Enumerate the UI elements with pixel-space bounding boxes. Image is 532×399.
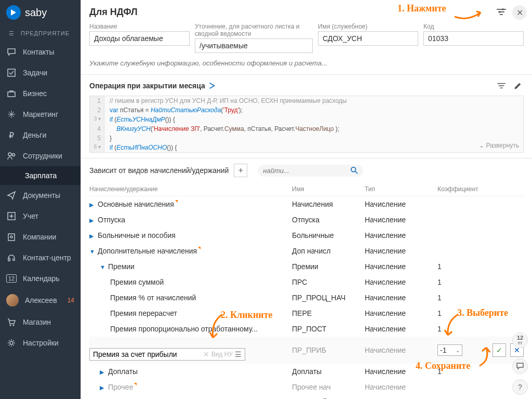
row-code: Доп начисл xyxy=(292,247,365,255)
sidebar-item-11[interactable]: 12Календарь xyxy=(0,268,81,289)
table-row[interactable]: ▶ДоплатыДоплатыНачисление1 xyxy=(89,364,524,379)
row-type: Начисление xyxy=(365,216,437,224)
row-type: Начисление xyxy=(365,247,437,255)
table-row[interactable]: ✕Вид НУ☰ПР_ПРИБНачисление-1⌄✓✕ xyxy=(89,337,524,364)
row-type: Начисление xyxy=(365,231,437,240)
field-label-code: Код xyxy=(423,23,524,30)
help-button[interactable]: ? xyxy=(512,379,528,395)
table-row[interactable]: ▶ОтпускаОтпускаНачисление xyxy=(89,212,524,228)
send-icon xyxy=(6,190,17,201)
row-name: Прочее xyxy=(108,383,133,391)
table-row[interactable]: ▼ПремииПремииНачисление1 xyxy=(89,259,524,274)
avatar xyxy=(6,294,19,307)
sysname-input[interactable] xyxy=(318,31,418,46)
operation-title: Операция при закрытии месяца xyxy=(89,82,216,90)
edit-name-box[interactable]: ✕Вид НУ☰ xyxy=(89,348,245,361)
check-icon xyxy=(6,68,17,78)
caret-icon[interactable]: ▼ xyxy=(89,248,96,255)
sidebar-item-1[interactable]: Задачи xyxy=(0,62,81,83)
expand-link[interactable]: ⌄ Развернуть xyxy=(479,141,519,150)
table-header: Начисление/удержание Имя Тип Коэффициент xyxy=(89,182,524,196)
sidebar-label: Сотрудники xyxy=(23,152,62,160)
filter-icon-2[interactable] xyxy=(496,80,507,91)
edit-icon-2[interactable] xyxy=(512,80,524,91)
field-label-clarif: Уточнение, для расчетного листка и сводн… xyxy=(195,23,313,37)
clarif-input[interactable] xyxy=(195,38,313,53)
name-input[interactable] xyxy=(89,31,190,46)
sidebar-label: Календарь xyxy=(23,274,60,283)
caret-icon[interactable]: ▶ xyxy=(89,233,96,240)
marker-icon xyxy=(134,383,137,385)
notes-input[interactable] xyxy=(89,56,524,70)
briefcase-icon xyxy=(6,88,17,99)
svg-point-14 xyxy=(502,8,504,10)
sidebar-label: Учет xyxy=(23,212,38,220)
sidebar-label: Деньги xyxy=(23,131,46,139)
row-code: Доплаты xyxy=(292,367,365,376)
caret-icon[interactable]: ▶ xyxy=(100,384,106,391)
search-icon[interactable] xyxy=(351,167,358,174)
chevron-down-icon: ⌄ xyxy=(456,348,460,353)
svg-point-15 xyxy=(499,11,501,13)
sidebar-item-6[interactable]: Зарплата xyxy=(0,166,81,185)
sidebar-item-7[interactable]: Документы xyxy=(0,185,81,206)
table-row[interactable]: Премия перерасчетПЕРЕНачисление1 xyxy=(89,305,524,321)
table-row[interactable]: Премия пропорционально отработанному...П… xyxy=(89,321,524,337)
row-coef: 1 xyxy=(437,262,524,271)
sidebar-item-9[interactable]: Компании xyxy=(0,227,81,247)
sidebar-item-5[interactable]: Сотрудники xyxy=(0,145,81,166)
table-row[interactable]: ▶Больничные и пособияБольничныеНачислени… xyxy=(89,228,524,243)
clear-icon[interactable]: ✕ xyxy=(203,350,209,358)
coef-select[interactable]: -1⌄ xyxy=(437,344,462,356)
caret-icon[interactable]: ▶ xyxy=(89,202,96,208)
search-input[interactable] xyxy=(263,167,351,175)
row-coef: -1⌄✓✕ xyxy=(437,343,524,357)
sidebar-label: Документы xyxy=(23,191,60,200)
svg-point-8 xyxy=(10,325,11,326)
chat-button[interactable] xyxy=(512,358,528,374)
code-block[interactable]: 1// пишем в регистр УСН для УСН Д-Р, ИП … xyxy=(89,96,524,153)
row-name-input[interactable] xyxy=(93,350,201,358)
sidebar-item-4[interactable]: ₽Деньги xyxy=(0,125,81,145)
sidebar-item-10[interactable]: Контакт-центр xyxy=(0,247,81,268)
table-row[interactable]: ▶Основные начисленияНачисленияНачисление xyxy=(89,196,524,212)
caret-icon[interactable]: ▶ xyxy=(89,217,96,224)
caret-icon[interactable]: ▶ xyxy=(100,369,106,376)
table-row[interactable]: Премия суммойПРСНачисление1 xyxy=(89,274,524,290)
filter-icon[interactable] xyxy=(496,6,507,18)
row-name: Премия % от начислений xyxy=(110,294,196,302)
hint-text: Вид НУ xyxy=(211,351,233,358)
close-button[interactable]: ✕ xyxy=(512,5,527,20)
svg-point-3 xyxy=(12,154,15,156)
confirm-button[interactable]: ✓ xyxy=(493,343,506,357)
sidebar-item-2[interactable]: Бизнес xyxy=(0,83,81,104)
sidebar-item-13[interactable]: Магазин xyxy=(0,312,81,332)
sidebar-item-3[interactable]: Маркетинг xyxy=(0,104,81,125)
row-name: Отпуска xyxy=(98,216,125,224)
search-box[interactable] xyxy=(258,165,363,177)
field-label-sysname: Имя (служебное) xyxy=(318,23,418,30)
add-button[interactable]: + xyxy=(234,164,247,177)
caret-icon[interactable]: ▼ xyxy=(100,264,106,270)
svg-point-19 xyxy=(351,167,356,172)
sidebar-label: Маркетинг xyxy=(23,110,58,118)
row-type: Начисление xyxy=(365,294,437,302)
table-row[interactable]: Премия % от начисленийПР_ПРОЦ_НАЧНачисле… xyxy=(89,290,524,305)
table-row[interactable]: ▶ПрочееПрочее начНачисление xyxy=(89,379,524,395)
sidebar-item-0[interactable]: Контакты xyxy=(0,42,81,62)
row-coef: 1 xyxy=(437,325,524,333)
org-row[interactable]: ☰ ПРЕДПРИЯТИЕ xyxy=(0,25,81,42)
sidebar-item-8[interactable]: Учет xyxy=(0,206,81,227)
list-icon[interactable]: ☰ xyxy=(235,350,242,358)
table-row[interactable]: ▼Дополнительные начисленияДоп начислНачи… xyxy=(89,243,524,259)
code-input[interactable] xyxy=(423,31,524,46)
sidebar-item-14[interactable]: Настройки xyxy=(0,332,81,353)
main-panel: Для НДФЛ Название Уточнение, для расчетн xyxy=(81,0,532,399)
field-label-name: Название xyxy=(89,23,190,30)
date-badge[interactable]: 12 пт xyxy=(512,332,528,348)
row-type: Начисление xyxy=(365,200,437,208)
table-row[interactable]: Простой по независящим причинамПРОСТОЙНН… xyxy=(89,395,524,399)
sidebar-item-12[interactable]: Алексеев14 xyxy=(0,289,81,312)
logo-icon xyxy=(6,5,21,20)
th-name: Начисление/удержание xyxy=(89,185,292,193)
